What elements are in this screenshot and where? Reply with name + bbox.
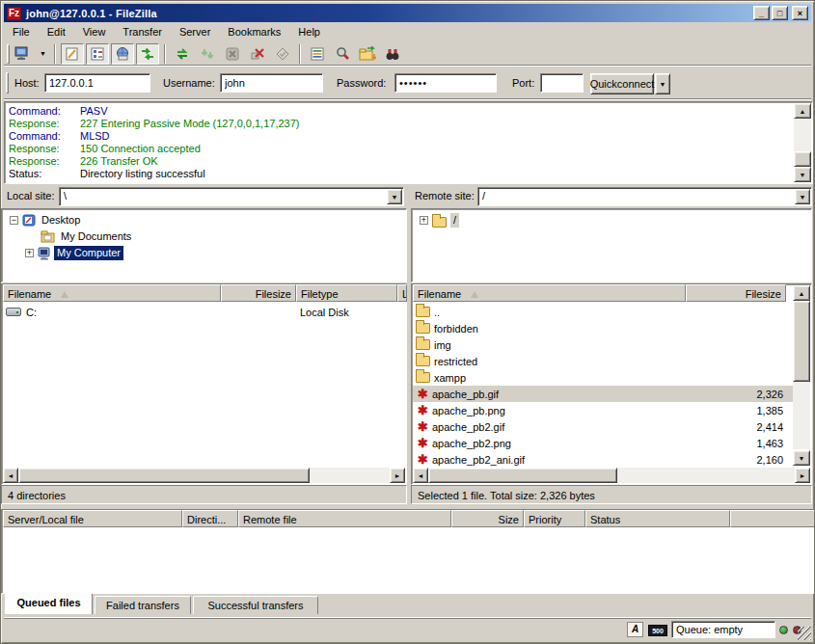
menu-transfer[interactable]: Transfer — [114, 23, 171, 40]
tree-item-desktop[interactable]: − Desktop — [10, 212, 83, 228]
remote-vscrollbar-track[interactable] — [793, 382, 810, 449]
remote-hscrollbar-thumb[interactable] — [428, 468, 617, 483]
toggle-remote-tree-button[interactable] — [111, 43, 134, 65]
local-col-lastmodified[interactable]: L — [397, 284, 407, 302]
resize-grip[interactable] — [798, 627, 811, 640]
menu-server[interactable]: Server — [171, 23, 219, 40]
cancel-icon — [225, 46, 240, 62]
cancel-operation-button[interactable] — [221, 43, 244, 65]
username-input[interactable] — [220, 73, 323, 93]
toggle-message-log-button[interactable] — [61, 43, 84, 65]
queue-col-direction[interactable]: Directi... — [182, 510, 238, 527]
reconnect-button[interactable] — [271, 43, 294, 65]
maximize-button[interactable]: □ — [772, 6, 788, 20]
log-scrollbar-thumb[interactable] — [794, 151, 811, 167]
menu-bar: File Edit View Transfer Server Bookmarks… — [4, 22, 811, 41]
remote-vscrollbar-thumb[interactable] — [793, 301, 810, 382]
quickconnect-button[interactable]: Quickconnect — [590, 73, 654, 94]
local-hscrollbar-thumb[interactable] — [18, 468, 310, 483]
synchronized-browsing-icon — [359, 46, 376, 62]
log-scroll-up-button[interactable]: ▲ — [794, 103, 811, 119]
local-col-filetype[interactable]: Filetype — [296, 284, 397, 302]
quickbar-grip[interactable] — [6, 72, 9, 94]
remote-file-row[interactable]: ✱ apache_pb2_ani.gif 2,160 — [416, 451, 793, 468]
quickconnect-dropdown-button[interactable]: ▼ — [655, 73, 670, 94]
menu-file[interactable]: File — [4, 23, 39, 40]
minimize-button[interactable]: _ — [753, 6, 770, 20]
remote-file-row[interactable]: xampp — [416, 369, 790, 386]
remote-file-row-selected[interactable]: ✱ apache_pb.gif 2,326 — [413, 386, 793, 402]
password-input[interactable] — [394, 73, 497, 93]
toggle-local-tree-button[interactable] — [86, 43, 109, 65]
remote-file-row[interactable]: .. — [416, 304, 790, 320]
queue-col-remote-file[interactable]: Remote file — [238, 510, 451, 527]
site-manager-dropdown-button[interactable]: ▼ — [37, 43, 49, 65]
remote-file-row[interactable]: forbidden — [416, 320, 790, 336]
speed-limits-icon[interactable]: 500 — [648, 625, 667, 636]
local-file-row[interactable]: C: Local Disk — [6, 304, 401, 320]
collapse-icon[interactable]: − — [10, 216, 18, 225]
queue-col-size[interactable]: Size — [451, 510, 524, 527]
remote-file-row[interactable]: restricted — [416, 353, 790, 369]
expand-icon[interactable]: + — [25, 249, 34, 257]
port-input[interactable] — [540, 73, 584, 93]
remote-file-row[interactable]: img — [416, 336, 790, 353]
tab-successful-transfers[interactable]: Successful transfers — [193, 596, 318, 614]
remote-site-label: Remote site: — [415, 186, 475, 205]
local-hscrollbar-track[interactable] — [310, 468, 390, 483]
tree-item-root[interactable]: + / — [420, 212, 459, 228]
log-line: Response:226 Transfer OK — [9, 155, 790, 168]
remote-file-row[interactable]: ✱ apache_pb2.png 1,463 — [416, 435, 793, 451]
image-file-icon: ✱ — [416, 388, 430, 400]
log-scroll-down-button[interactable]: ▼ — [794, 167, 811, 182]
ascii-datatype-icon[interactable]: A — [627, 622, 643, 637]
remote-scroll-right-button[interactable]: ► — [795, 468, 810, 483]
disconnect-button[interactable] — [246, 43, 269, 65]
queue-col-local-file[interactable]: Server/Local file — [3, 510, 182, 527]
expand-icon[interactable]: + — [420, 216, 428, 225]
remote-site-combo[interactable]: / ▼ — [477, 187, 812, 206]
find-files-button[interactable] — [381, 43, 404, 65]
toggle-transfer-queue-button[interactable] — [136, 43, 159, 65]
tree-item-my-documents[interactable]: My Documents — [41, 228, 134, 245]
remote-scroll-down-button[interactable]: ▼ — [793, 450, 810, 466]
remote-file-row[interactable]: ✱ apache_pb.png 1,385 — [416, 402, 793, 418]
local-col-filesize[interactable]: Filesize — [221, 284, 296, 302]
queue-col-priority[interactable]: Priority — [524, 510, 585, 527]
message-log-icon — [65, 46, 80, 62]
local-col-filename[interactable]: Filename — [3, 284, 221, 302]
menu-view[interactable]: View — [74, 23, 115, 40]
tree-item-my-computer[interactable]: + My Computer — [25, 245, 123, 261]
local-scroll-right-button[interactable]: ► — [390, 468, 405, 483]
menu-bookmarks[interactable]: Bookmarks — [219, 23, 289, 40]
queue-col-status[interactable]: Status — [585, 510, 730, 527]
remote-file-row[interactable]: ✱ apache_pb2.gif 2,414 — [416, 418, 793, 435]
synchronized-browsing-button[interactable] — [356, 43, 379, 65]
refresh-button[interactable] — [171, 43, 194, 65]
menu-edit[interactable]: Edit — [39, 23, 74, 40]
toolbar-grip[interactable] — [7, 44, 10, 64]
log-scrollbar-track[interactable] — [794, 119, 811, 151]
tab-queued-files[interactable]: Queued files — [5, 593, 93, 614]
menu-help[interactable]: Help — [289, 23, 329, 40]
local-site-combo[interactable]: \ ▼ — [59, 187, 404, 206]
remote-col-filename[interactable]: Filename — [413, 284, 686, 302]
remote-col-filesize[interactable]: Filesize — [686, 284, 786, 302]
local-site-dropdown[interactable]: ▼ — [387, 189, 402, 204]
file-type: Local Disk — [300, 307, 349, 318]
title-bar[interactable]: Fz john@127.0.0.1 - FileZilla _ □ × — [4, 4, 811, 22]
tab-failed-transfers[interactable]: Failed transfers — [95, 596, 191, 614]
site-manager-button[interactable] — [12, 43, 35, 65]
directory-comparison-button[interactable] — [306, 43, 329, 65]
remote-scroll-left-button[interactable]: ◄ — [413, 468, 428, 483]
local-scroll-left-button[interactable]: ◄ — [3, 468, 18, 483]
host-input[interactable] — [44, 73, 150, 93]
filezilla-window: Fz john@127.0.0.1 - FileZilla _ □ × File… — [0, 0, 815, 644]
close-button[interactable]: × — [792, 6, 808, 20]
remote-site-dropdown[interactable]: ▼ — [795, 189, 810, 204]
remote-hscrollbar-track[interactable] — [617, 468, 795, 483]
remote-scroll-up-button[interactable]: ▲ — [793, 285, 810, 301]
log-line: Command:MLSD — [9, 130, 790, 143]
filename-filters-button[interactable] — [331, 43, 354, 65]
process-queue-button[interactable] — [196, 43, 219, 65]
